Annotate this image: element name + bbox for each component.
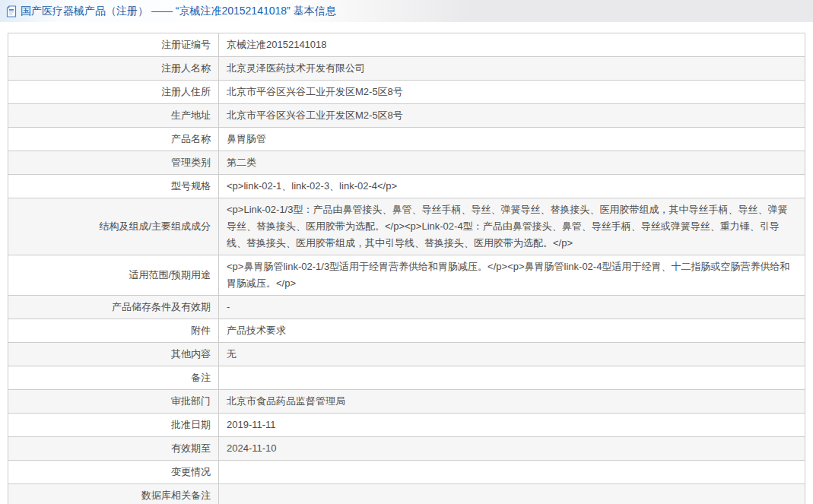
table-row: 管理类别第二类 bbox=[8, 151, 805, 175]
table-row: 产品名称鼻胃肠管 bbox=[8, 128, 805, 151]
table-row: 备注 bbox=[8, 366, 805, 390]
row-label: 批准日期 bbox=[8, 414, 219, 437]
row-value: <p>Link-02-1/3型：产品由鼻管接头、鼻管、导丝手柄、导丝、弹簧导丝、… bbox=[219, 198, 805, 255]
row-value: 鼻胃肠管 bbox=[219, 128, 805, 151]
table-row: 注册人名称北京灵泽医药技术开发有限公司 bbox=[8, 57, 805, 81]
row-value: 北京市平谷区兴谷工业开发区M2-5区8号 bbox=[219, 104, 805, 128]
row-value bbox=[219, 461, 805, 484]
table-row: 注册证编号京械注准20152141018 bbox=[8, 33, 805, 57]
table-row: 附件产品技术要求 bbox=[8, 319, 805, 343]
row-label: 生产地址 bbox=[8, 104, 219, 128]
info-table-body: 注册证编号京械注准20152141018 注册人名称北京灵泽医药技术开发有限公司… bbox=[8, 33, 805, 504]
row-value: <p>鼻胃肠管link-02-1/3型适用于经胃营养供给和胃肠减压。</p><p… bbox=[219, 255, 805, 296]
table-row: 变更情况 bbox=[8, 461, 805, 484]
row-value: 京械注准20152141018 bbox=[219, 33, 805, 57]
row-value: 北京市平谷区兴谷工业开发区M2-5区8号 bbox=[219, 81, 805, 104]
row-value bbox=[219, 484, 805, 504]
row-value: 第二类 bbox=[219, 151, 805, 175]
row-label: 适用范围/预期用途 bbox=[8, 255, 219, 296]
row-value: 2019-11-11 bbox=[219, 414, 805, 437]
row-label: 数据库相关备注 bbox=[8, 484, 219, 504]
row-label: 附件 bbox=[8, 319, 219, 343]
row-label: 审批部门 bbox=[8, 390, 219, 414]
table-row: 有效期至2024-11-10 bbox=[8, 437, 805, 461]
row-label: 变更情况 bbox=[8, 461, 219, 484]
row-label: 有效期至 bbox=[8, 437, 219, 461]
row-label: 型号规格 bbox=[8, 175, 219, 198]
row-value: 2024-11-10 bbox=[219, 437, 805, 461]
row-label: 注册证编号 bbox=[8, 33, 219, 57]
row-label: 结构及组成/主要组成成分 bbox=[8, 198, 219, 255]
table-row: 批准日期2019-11-11 bbox=[8, 414, 805, 437]
table-row: 数据库相关备注 bbox=[8, 484, 805, 504]
table-row: 生产地址北京市平谷区兴谷工业开发区M2-5区8号 bbox=[8, 104, 805, 128]
row-label: 管理类别 bbox=[8, 151, 219, 175]
table-row: 其他内容无 bbox=[8, 343, 805, 366]
row-value: 北京市食品药品监督管理局 bbox=[219, 390, 805, 414]
row-value: 北京灵泽医药技术开发有限公司 bbox=[219, 57, 805, 81]
table-row: 审批部门北京市食品药品监督管理局 bbox=[8, 390, 805, 414]
row-value: - bbox=[219, 296, 805, 319]
table-row: 注册人住所北京市平谷区兴谷工业开发区M2-5区8号 bbox=[8, 81, 805, 104]
row-value: 产品技术要求 bbox=[219, 319, 805, 343]
row-value bbox=[219, 366, 805, 390]
table-row: 结构及组成/主要组成成分<p>Link-02-1/3型：产品由鼻管接头、鼻管、导… bbox=[8, 198, 805, 255]
table-row: 适用范围/预期用途<p>鼻胃肠管link-02-1/3型适用于经胃营养供给和胃肠… bbox=[8, 255, 805, 296]
row-label: 产品储存条件及有效期 bbox=[8, 296, 219, 319]
row-value: <p>link-02-1、link-02-3、link-02-4</p> bbox=[219, 175, 805, 198]
table-row: 型号规格<p>link-02-1、link-02-3、link-02-4</p> bbox=[8, 175, 805, 198]
table-row: 产品储存条件及有效期- bbox=[8, 296, 805, 319]
row-label: 产品名称 bbox=[8, 128, 219, 151]
row-label: 备注 bbox=[8, 366, 219, 390]
row-label: 其他内容 bbox=[8, 343, 219, 366]
info-table: 注册证编号京械注准20152141018 注册人名称北京灵泽医药技术开发有限公司… bbox=[8, 33, 805, 504]
page-title: 国产医疗器械产品（注册） —— “京械注准20152141018” 基本信息 bbox=[21, 5, 336, 18]
row-label: 注册人住所 bbox=[8, 81, 219, 104]
document-icon bbox=[6, 5, 17, 17]
row-value: 无 bbox=[219, 343, 805, 366]
row-label: 注册人名称 bbox=[8, 57, 219, 81]
page-header: 国产医疗器械产品（注册） —— “京械注准20152141018” 基本信息 bbox=[0, 0, 813, 22]
